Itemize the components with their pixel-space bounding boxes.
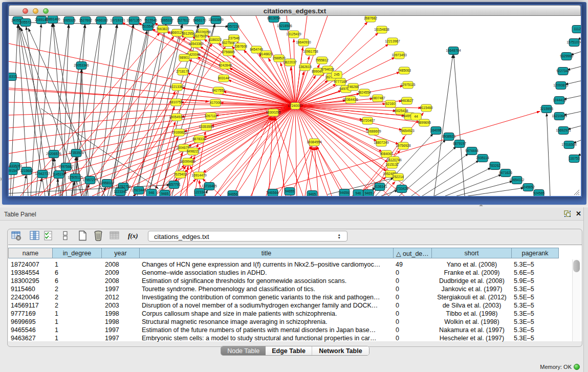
svg-text:924565: 924565 xyxy=(533,191,545,195)
svg-text:17353928: 17353928 xyxy=(69,151,84,155)
svg-text:8938923: 8938923 xyxy=(442,135,455,138)
svg-text:9329966: 9329966 xyxy=(560,54,573,58)
svg-text:7515546: 7515546 xyxy=(141,25,155,28)
svg-text:18300295: 18300295 xyxy=(266,111,281,114)
svg-text:783262: 783262 xyxy=(489,164,500,167)
svg-text:17957275: 17957275 xyxy=(82,178,98,182)
svg-text:3822037: 3822037 xyxy=(284,60,297,64)
svg-text:417006: 417006 xyxy=(210,101,221,104)
svg-text:1215682: 1215682 xyxy=(20,169,33,172)
svg-text:9777169: 9777169 xyxy=(334,80,347,83)
svg-text:8186323: 8186323 xyxy=(208,38,222,41)
svg-text:6466160: 6466160 xyxy=(95,18,108,22)
svg-text:946: 946 xyxy=(355,191,361,195)
svg-text:1588520: 1588520 xyxy=(272,56,286,60)
svg-text:9474444: 9474444 xyxy=(465,149,478,152)
svg-text:8454749: 8454749 xyxy=(250,48,263,51)
svg-text:1733426: 1733426 xyxy=(395,187,408,190)
svg-text:1112: 1112 xyxy=(574,27,581,31)
svg-text:1362615: 1362615 xyxy=(298,65,312,69)
svg-text:7955812: 7955812 xyxy=(315,58,329,62)
svg-text:3824554: 3824554 xyxy=(358,91,371,94)
svg-text:7485063: 7485063 xyxy=(398,69,411,72)
svg-text:0899695: 0899695 xyxy=(418,121,431,124)
svg-text:10973493: 10973493 xyxy=(391,53,407,57)
svg-text:946564: 946564 xyxy=(267,191,278,194)
svg-text:15720407: 15720407 xyxy=(360,119,375,122)
svg-text:19384554: 19384554 xyxy=(307,140,322,144)
svg-text:8813054: 8813054 xyxy=(267,16,280,20)
svg-text:19654923: 19654923 xyxy=(399,129,415,133)
svg-text:f(x): f(x) xyxy=(128,232,138,239)
svg-text:12505135: 12505135 xyxy=(68,176,83,179)
svg-text:18033809: 18033809 xyxy=(208,18,224,21)
svg-text:12942737: 12942737 xyxy=(35,172,50,176)
svg-text:3756885: 3756885 xyxy=(222,50,235,54)
svg-text:237546: 237546 xyxy=(228,36,239,40)
svg-text:9465: 9465 xyxy=(161,192,169,195)
svg-text:18640910: 18640910 xyxy=(296,40,311,44)
svg-text:1065326: 1065326 xyxy=(62,18,76,22)
svg-text:16914479: 16914479 xyxy=(191,173,207,177)
svg-text:12213967: 12213967 xyxy=(385,39,400,43)
svg-text:9115460: 9115460 xyxy=(420,106,433,110)
svg-text:2935114: 2935114 xyxy=(476,156,489,160)
svg-text:13353594: 13353594 xyxy=(199,125,214,128)
svg-text:15692971: 15692971 xyxy=(556,128,571,132)
svg-text:20206576: 20206576 xyxy=(46,152,61,156)
svg-text:19756928: 19756928 xyxy=(396,144,411,147)
svg-text:216315: 216315 xyxy=(9,75,17,78)
svg-text:7357224: 7357224 xyxy=(226,25,239,28)
svg-text:9245652: 9245652 xyxy=(521,185,535,189)
svg-text:3267110: 3267110 xyxy=(204,114,217,118)
svg-text:9146821: 9146821 xyxy=(259,52,273,56)
svg-text:1065337: 1065337 xyxy=(160,18,173,22)
svg-text:9465: 9465 xyxy=(365,191,373,195)
svg-text:10688609: 10688609 xyxy=(366,129,381,133)
svg-text:19166825: 19166825 xyxy=(171,130,187,134)
svg-text:9227342: 9227342 xyxy=(556,69,570,73)
svg-text:16210643: 16210643 xyxy=(552,114,567,118)
svg-text:9084067: 9084067 xyxy=(380,152,393,156)
svg-text:20891406: 20891406 xyxy=(45,17,60,21)
svg-text:98901: 98901 xyxy=(180,56,189,59)
svg-text:20364436: 20364436 xyxy=(343,98,358,101)
svg-text:19218506: 19218506 xyxy=(277,24,292,28)
svg-text:14136141: 14136141 xyxy=(372,185,387,188)
svg-text:2718170: 2718170 xyxy=(176,70,189,73)
svg-text:19054932: 19054932 xyxy=(169,115,184,119)
svg-text:9463627: 9463627 xyxy=(400,99,413,102)
svg-text:1527612: 1527612 xyxy=(177,18,190,22)
svg-text:12213382: 12213382 xyxy=(169,85,185,89)
svg-text:94655: 94655 xyxy=(285,189,295,193)
svg-text:122334: 122334 xyxy=(194,190,205,194)
svg-text:16099489: 16099489 xyxy=(180,160,195,163)
svg-text:16154838: 16154838 xyxy=(374,28,389,31)
svg-text:10961758: 10961758 xyxy=(303,50,318,53)
svg-text:245: 245 xyxy=(334,73,339,76)
svg-text:10025438: 10025438 xyxy=(393,109,408,113)
svg-text:17240007: 17240007 xyxy=(288,104,303,107)
svg-text:1527602: 1527602 xyxy=(79,18,92,22)
svg-text:94656: 94656 xyxy=(228,192,238,196)
svg-text:9242848: 9242848 xyxy=(219,63,232,67)
svg-text:62160: 62160 xyxy=(386,102,396,105)
svg-text:10719151: 10719151 xyxy=(110,18,125,22)
svg-text:9327503: 9327503 xyxy=(193,34,207,38)
svg-text:803144: 803144 xyxy=(218,76,229,80)
svg-text:44: 44 xyxy=(414,115,418,118)
svg-text:116753: 116753 xyxy=(569,157,580,160)
svg-text:2687682: 2687682 xyxy=(364,16,377,20)
svg-text:6466170: 6466170 xyxy=(193,18,206,22)
svg-text:10654112: 10654112 xyxy=(510,178,525,182)
svg-text:9465: 9465 xyxy=(309,192,316,196)
svg-text:1810753: 1810753 xyxy=(169,100,183,104)
svg-text:6879197: 6879197 xyxy=(453,142,466,145)
svg-text:12923448: 12923448 xyxy=(131,188,146,192)
svg-text:3498222: 3498222 xyxy=(186,149,200,153)
svg-text:16648784: 16648784 xyxy=(446,49,461,52)
svg-text:13716485: 13716485 xyxy=(202,184,217,188)
svg-text:2367608: 2367608 xyxy=(234,45,247,48)
svg-text:1223346: 1223346 xyxy=(114,190,127,193)
svg-text:1615132: 1615132 xyxy=(385,163,399,166)
